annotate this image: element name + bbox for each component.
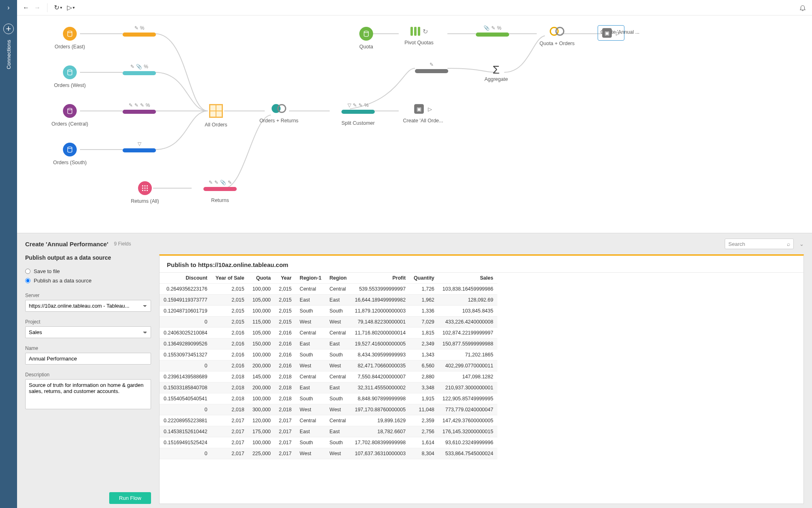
input-returns[interactable]: Returns (All) xyxy=(117,181,173,204)
column-header[interactable]: Region-1 xyxy=(296,273,325,284)
input-orders-central[interactable]: Orders (Central) xyxy=(41,104,98,127)
pane-header: Create 'Annual Performance' 9 Fields Sea… xyxy=(17,233,812,254)
refresh-button[interactable]: ↻▾ xyxy=(54,4,62,11)
table-row[interactable]: 0.240630252100842,016105,0002,016Central… xyxy=(160,328,497,339)
node-label: Orders (Central) xyxy=(41,121,98,127)
input-quota[interactable]: Quota xyxy=(338,27,395,50)
run-menu-button[interactable]: ▷▾ xyxy=(67,4,75,11)
node-label: Quota + Orders xyxy=(529,41,585,46)
svg-rect-7 xyxy=(142,188,143,189)
svg-rect-12 xyxy=(147,190,148,191)
node-label: Orders (West) xyxy=(41,82,98,88)
main: ← → ↻▾ ▷▾ xyxy=(17,0,812,508)
node-label: Quota xyxy=(338,44,395,50)
node-label: Create 'All Orde... xyxy=(391,118,456,124)
pivot-quotas[interactable]: ↻ Pivot Quotas xyxy=(391,27,447,46)
toolbar: ← → ↻▾ ▷▾ xyxy=(17,0,812,15)
name-input[interactable] xyxy=(25,353,151,365)
description-input[interactable]: Source of truth for information on home … xyxy=(25,379,151,409)
clean-step-south[interactable]: ▽ xyxy=(123,141,156,152)
rename-icon: ✎ xyxy=(130,64,134,69)
clean-step-returns[interactable]: ✎✎📎✎ Returns xyxy=(192,180,248,203)
search-placeholder: Search xyxy=(728,241,745,247)
clean-step-east[interactable]: ✎% xyxy=(123,25,156,37)
table-row[interactable]: 0.159491193737772,015105,0002,015EastEas… xyxy=(160,295,497,306)
project-select[interactable]: Sales xyxy=(25,326,151,338)
server-label: Server xyxy=(25,293,151,298)
clean-split-customer[interactable]: ▽✎✎% Split Customer xyxy=(330,102,387,126)
node-label: Orders (South) xyxy=(41,160,98,165)
table-row[interactable]: 0.26493562231762,015100,0002,015CentralC… xyxy=(160,284,497,295)
output-create-annual[interactable]: ▣ ▷ Create 'Annual ... xyxy=(598,25,642,35)
database-icon xyxy=(63,65,77,79)
preview-table: DiscountYear of SaleQuotaYearRegion-1Reg… xyxy=(160,273,497,459)
grid-icon xyxy=(138,181,152,195)
column-header[interactable]: Year xyxy=(275,273,296,284)
node-label: Returns (All) xyxy=(117,198,173,204)
flow-canvas[interactable]: Orders (East) Orders (West) Orders (Cent… xyxy=(17,15,812,233)
clean-pre-aggregate[interactable]: ✎ xyxy=(415,62,448,73)
play-icon[interactable]: ▷ xyxy=(428,106,432,112)
node-label: Orders + Returns xyxy=(251,118,307,124)
toolbar-divider xyxy=(47,3,48,12)
pivot-icon xyxy=(410,27,420,36)
column-header[interactable]: Quota xyxy=(248,273,275,284)
calc-icon: % xyxy=(146,102,150,108)
join-icon xyxy=(529,27,585,36)
svg-rect-11 xyxy=(145,190,146,191)
output-settings: Publish output as a data source Save to … xyxy=(25,254,151,504)
table-row[interactable]: 02,017225,0002,017WestWest107,637.363100… xyxy=(160,448,497,459)
table-row[interactable]: 0.120487106017192,015100,0002,015SouthSo… xyxy=(160,306,497,317)
join-quota-orders[interactable]: Quota + Orders xyxy=(529,27,585,46)
table-row[interactable]: 0.145381526104422,017175,0002,017EastEas… xyxy=(160,426,497,437)
column-header[interactable]: Region xyxy=(326,273,351,284)
table-row[interactable]: 0.222089552238812,017120,0002,017Central… xyxy=(160,415,497,426)
server-select[interactable]: https://10az.online.tableau.com - Tablea… xyxy=(25,300,151,312)
input-orders-south[interactable]: Orders (South) xyxy=(41,143,98,165)
expand-rail-icon[interactable]: › xyxy=(7,4,9,11)
search-input[interactable]: Search ⌕ xyxy=(725,239,794,249)
calc-icon: % xyxy=(144,64,148,69)
aggregate-step[interactable]: Σ Aggregate xyxy=(468,63,525,82)
column-header[interactable]: Sales xyxy=(438,273,497,284)
column-header[interactable]: Quantity xyxy=(410,273,438,284)
column-header[interactable]: Discount xyxy=(160,273,212,284)
input-orders-east[interactable]: Orders (East) xyxy=(41,27,98,50)
svg-rect-4 xyxy=(142,185,143,187)
column-header[interactable]: Year of Sale xyxy=(212,273,248,284)
table-row[interactable]: 02,016200,0002,016WestWest82,471.7066000… xyxy=(160,360,497,371)
back-button[interactable]: ← xyxy=(23,4,29,11)
join-orders-returns[interactable]: Orders + Returns xyxy=(251,104,307,124)
union-all-orders[interactable]: All Orders xyxy=(188,104,244,128)
radio-save-to-file[interactable]: Save to file xyxy=(25,268,151,274)
alerts-icon[interactable] xyxy=(799,4,806,11)
database-icon xyxy=(359,27,373,41)
table-row[interactable]: 0.150331858407082,018200,0002,018EastEas… xyxy=(160,382,497,393)
output-create-all-orders[interactable]: ▣ ▷ Create 'All Orde... xyxy=(391,104,456,124)
play-icon[interactable]: ▷ xyxy=(616,30,620,36)
table-row[interactable]: 0.136492890995262,016150,0002,016EastEas… xyxy=(160,339,497,350)
output-icon: ▣ xyxy=(602,28,612,38)
input-orders-west[interactable]: Orders (West) xyxy=(41,65,98,88)
node-label: Aggregate xyxy=(468,76,525,82)
collapse-pane-icon[interactable]: ⌄ xyxy=(799,241,804,247)
table-row[interactable]: 02,018300,0002,018WestWest197,170.887600… xyxy=(160,404,497,415)
clean-quota[interactable]: 📎✎% xyxy=(476,25,509,37)
search-icon: ⌕ xyxy=(787,241,790,247)
table-row[interactable]: 02,015115,0002,015WestWest79,148.8223000… xyxy=(160,317,497,328)
preview-title: Publish to https://10az.online.tableau.c… xyxy=(160,256,803,273)
add-connection-button[interactable]: + xyxy=(3,24,14,34)
node-label: Split Customer xyxy=(330,120,387,126)
table-row[interactable]: 0.155309734513272,016100,0002,016SouthSo… xyxy=(160,350,497,360)
clean-step-central[interactable]: ✎✎✎% xyxy=(123,102,156,114)
radio-publish-ds[interactable]: Publish as a data source xyxy=(25,278,151,284)
clean-step-west[interactable]: ✎📎% xyxy=(123,64,156,75)
table-row[interactable]: 0.151694915254242,017100,0002,017SouthSo… xyxy=(160,437,497,448)
column-header[interactable]: Profit xyxy=(351,273,410,284)
run-flow-button[interactable]: Run Flow xyxy=(109,492,151,504)
table-row[interactable]: 0.155405405405412,018100,0002,018SouthSo… xyxy=(160,393,497,404)
rename-icon: ✎ xyxy=(134,25,138,31)
left-rail: › + Connections xyxy=(0,0,17,508)
filter-icon: ▽ xyxy=(138,141,141,147)
table-row[interactable]: 0.239614395886892,018145,0002,018Central… xyxy=(160,371,497,382)
